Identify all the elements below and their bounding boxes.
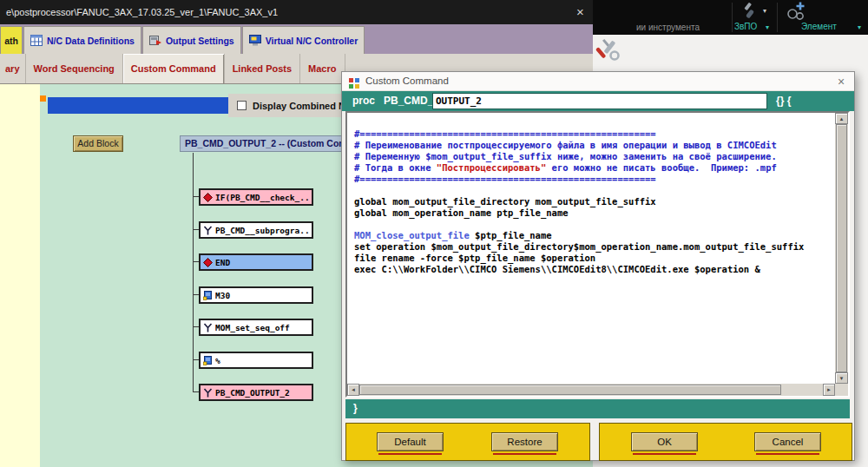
- tab-output-settings[interactable]: Output Settings: [142, 26, 241, 54]
- screen: ии инструмента ▾ ЗвПО ▾ Элемент ▾ e\post…: [0, 0, 868, 467]
- block-icon: [203, 356, 213, 365]
- command-tree: IF(PB_CMD__check_... PB_CMD__subprogra..…: [193, 153, 319, 406]
- tab-virtual-nc-controller[interactable]: Virtual N/C Controller: [242, 26, 365, 54]
- combined-nc-label: Display Combined N/C: [253, 101, 355, 111]
- tree-node-label: PB_CMD__subprogra...: [215, 226, 309, 235]
- vertical-scrollbar[interactable]: ▲ ▼: [835, 113, 848, 384]
- pb-window-title: e\postprocessor\FANUC_3AX_17.03.25_ver_1…: [6, 7, 278, 17]
- tree-node-m30[interactable]: M30: [199, 286, 313, 304]
- nc-data-icon: [30, 35, 43, 46]
- custom-command-dialog: Custom Command × proc PB_CMD_ {} { #====…: [341, 71, 855, 461]
- proc-name-input[interactable]: [432, 93, 767, 109]
- external-app-toolbar: ии инструмента ▾ ЗвПО ▾ Элемент ▾: [593, 0, 868, 35]
- tree-node-label: PB_CMD_OUTPUT_2: [215, 388, 309, 398]
- post-builder-icon: [349, 76, 359, 92]
- proc-signature-bar: proc PB_CMD_ {} {: [342, 91, 854, 111]
- tree-node-subprogram[interactable]: PB_CMD__subprogra...: [199, 221, 313, 239]
- tab-label: Virtual N/C Controller: [266, 36, 358, 46]
- pb-titlebar: e\postprocessor\FANUC_3AX_17.03.25_ver_1…: [0, 0, 593, 24]
- proc-braces: {} {: [776, 95, 791, 107]
- tree-node-label: END: [215, 258, 309, 267]
- branch-icon: [203, 323, 213, 332]
- toolbar-group-zvpo[interactable]: ЗвПО: [734, 22, 757, 31]
- scroll-up-button[interactable]: ▲: [835, 113, 848, 124]
- scroll-left-button[interactable]: ◄: [347, 384, 359, 396]
- add-block-button[interactable]: Add Block: [73, 135, 123, 152]
- diamond-icon: [203, 258, 213, 267]
- tree-node-label: M30: [215, 291, 309, 300]
- main-tab-bar: ath N/C Data Definitions Output Settings…: [0, 24, 593, 54]
- cancel-button[interactable]: Cancel: [754, 432, 821, 451]
- tree-node-end[interactable]: END: [199, 253, 313, 271]
- default-button[interactable]: Default: [377, 432, 444, 451]
- left-button-panel: Default Restore: [345, 423, 590, 461]
- close-icon[interactable]: ×: [568, 0, 593, 24]
- wrench-screwdriver-icon[interactable]: [595, 36, 621, 66]
- horizontal-scroll-thumb[interactable]: [359, 385, 781, 395]
- toolbar-group-element[interactable]: Элемент: [801, 22, 837, 31]
- tree-node-output2[interactable]: PB_CMD_OUTPUT_2: [199, 384, 313, 401]
- code-editor[interactable]: #=======================================…: [347, 113, 835, 384]
- combined-nc-checkbox[interactable]: [237, 101, 247, 110]
- block-icon: [203, 291, 213, 300]
- right-button-panel: OK Cancel: [599, 423, 852, 461]
- tab-library[interactable]: ary: [0, 54, 26, 83]
- tree-node-label: MOM_set_seq_off: [215, 323, 309, 332]
- ok-button[interactable]: OK: [631, 432, 698, 451]
- left-panel: [0, 84, 40, 467]
- tab-label: Output Settings: [166, 36, 234, 46]
- tree-node-label: %: [215, 356, 309, 365]
- branch-icon: [203, 388, 213, 398]
- scroll-right-button[interactable]: ►: [823, 384, 835, 396]
- tab-macro[interactable]: Macro: [300, 54, 345, 83]
- tree-connector-line: [193, 153, 194, 392]
- output-settings-icon: [149, 35, 161, 46]
- dialog-titlebar: Custom Command ×: [342, 72, 854, 91]
- toolbar-caption: ии инструмента: [636, 23, 700, 32]
- tab-nc-data-definitions[interactable]: N/C Data Definitions: [23, 26, 141, 54]
- tab-label: N/C Data Definitions: [47, 36, 135, 46]
- tree-node-percent[interactable]: %: [199, 352, 313, 369]
- virtual-nc-icon: [249, 35, 261, 46]
- close-icon[interactable]: ×: [833, 74, 849, 89]
- horizontal-scrollbar[interactable]: ◄ ►: [347, 384, 835, 396]
- vertical-scroll-thumb[interactable]: [836, 124, 847, 372]
- toolbar-separator: [777, 3, 778, 32]
- tab-word-sequencing[interactable]: Word Sequencing: [26, 54, 123, 83]
- diamond-icon: [203, 193, 213, 202]
- proc-keyword: proc: [352, 95, 375, 107]
- tab-label: ath: [4, 36, 18, 46]
- canvas-marker: [40, 95, 46, 102]
- toolbar-separator: [732, 3, 733, 32]
- tab-custom-command[interactable]: Custom Command: [123, 54, 225, 83]
- tab-linked-posts[interactable]: Linked Posts: [225, 54, 300, 83]
- chevron-down-icon[interactable]: ▾: [766, 23, 769, 32]
- chevron-down-icon[interactable]: ▾: [858, 23, 861, 32]
- tab-program-tool-path[interactable]: ath: [0, 26, 23, 54]
- tree-node-if[interactable]: IF(PB_CMD__check_...: [199, 188, 313, 206]
- proc-prefix: PB_CMD_: [384, 95, 433, 107]
- restore-button[interactable]: Restore: [491, 432, 558, 451]
- dialog-title: Custom Command: [365, 76, 449, 86]
- tree-node-mom-set-seq-off[interactable]: MOM_set_seq_off: [199, 319, 313, 336]
- tree-node-label: IF(PB_CMD__check_...: [215, 193, 309, 202]
- scrollbar-corner: [835, 384, 848, 396]
- branch-icon: [203, 226, 213, 235]
- scroll-down-button[interactable]: ▼: [835, 372, 848, 384]
- chevron-down-icon[interactable]: ▾: [763, 7, 766, 16]
- closing-brace-bar: }: [345, 399, 850, 418]
- code-frame: #=======================================…: [345, 111, 850, 398]
